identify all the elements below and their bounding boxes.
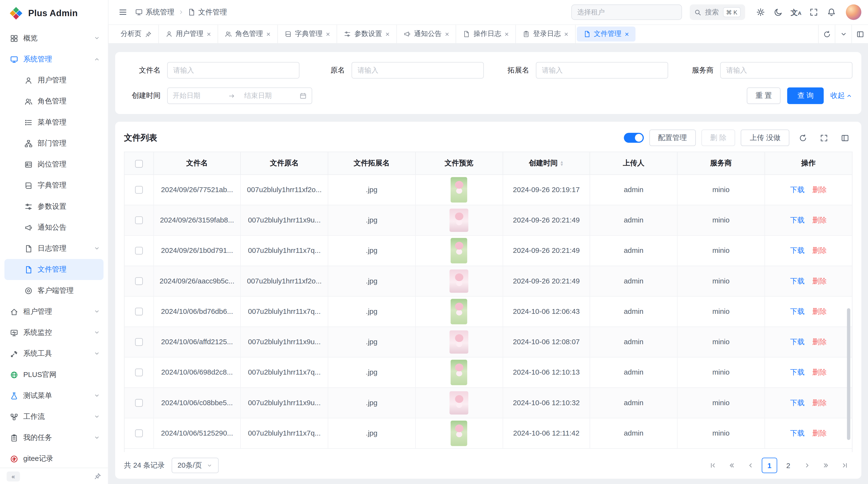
tab-user-management[interactable]: 用户管理 × [159, 25, 218, 43]
tab-notice[interactable]: 通知公告 × [397, 25, 457, 43]
close-icon[interactable]: × [207, 30, 211, 38]
row-checkbox[interactable] [135, 247, 143, 255]
user-avatar[interactable] [846, 4, 861, 20]
sidebar-item-gitee-log[interactable]: gitee记录 [0, 448, 108, 467]
file-name-input[interactable] [167, 62, 300, 78]
file-preview-image[interactable] [450, 391, 468, 414]
row-checkbox[interactable] [135, 399, 143, 407]
close-icon[interactable]: × [326, 30, 330, 38]
delete-link[interactable]: 删除 [812, 337, 827, 346]
close-icon[interactable]: × [564, 30, 568, 38]
delete-link[interactable]: 删除 [812, 277, 827, 285]
file-preview-image[interactable] [450, 208, 468, 231]
next-page-button[interactable] [799, 458, 815, 473]
column-settings-button[interactable] [837, 130, 852, 146]
close-icon[interactable]: × [505, 30, 509, 38]
sidebar-item-test-menu[interactable]: 测试菜单 [0, 385, 108, 406]
close-icon[interactable]: × [445, 30, 449, 38]
file-preview-image[interactable] [451, 177, 467, 202]
sidebar-item-dict-management[interactable]: 字典管理 [0, 175, 108, 196]
last-page-button[interactable] [837, 458, 852, 473]
close-icon[interactable]: × [625, 30, 629, 38]
fullscreen-table-button[interactable] [816, 130, 831, 146]
tab-login-log[interactable]: 登录日志 × [516, 25, 576, 43]
tab-dict-management[interactable]: 字典管理 × [278, 25, 337, 43]
config-management-button[interactable]: 配置管理 [649, 129, 696, 146]
tab-param-settings[interactable]: 参数设置 × [337, 25, 397, 43]
table-scrollbar[interactable] [847, 308, 850, 440]
download-link[interactable]: 下载 [790, 398, 805, 407]
sidebar-item-notice[interactable]: 通知公告 [0, 217, 108, 238]
download-link[interactable]: 下载 [790, 246, 805, 254]
provider-input[interactable] [720, 62, 852, 78]
delete-link[interactable]: 删除 [812, 246, 827, 254]
delete-link[interactable]: 删除 [812, 185, 827, 193]
delete-link[interactable]: 删除 [812, 428, 827, 437]
delete-link[interactable]: 删除 [812, 307, 827, 315]
jump-next-button[interactable] [818, 458, 834, 473]
sidebar-toggle-button[interactable] [115, 4, 131, 20]
sidebar-item-system-management[interactable]: 系统管理 [0, 49, 108, 70]
close-icon[interactable]: × [385, 30, 390, 38]
refresh-list-button[interactable] [795, 130, 810, 146]
original-name-input[interactable] [351, 62, 484, 78]
tab-menu-button[interactable] [835, 25, 851, 43]
file-preview-image[interactable] [450, 269, 468, 292]
column-created[interactable]: 创建时间▲▼ [503, 152, 590, 174]
dark-mode-button[interactable] [771, 4, 786, 20]
refresh-tab-button[interactable] [818, 25, 835, 43]
download-link[interactable]: 下载 [790, 337, 805, 346]
row-checkbox[interactable] [135, 186, 143, 194]
row-checkbox[interactable] [135, 308, 143, 316]
page-1-button[interactable]: 1 [762, 458, 777, 473]
reset-button[interactable]: 重 置 [747, 88, 781, 104]
sidebar-item-user-management[interactable]: 用户管理 [0, 70, 108, 91]
sidebar-item-system-tools[interactable]: 系统工具 [0, 343, 108, 364]
select-all-checkbox[interactable] [135, 160, 143, 167]
sidebar-item-dept-management[interactable]: 部门管理 [0, 133, 108, 154]
sidebar-item-role-management[interactable]: 角色管理 [0, 91, 108, 112]
sidebar-item-post-management[interactable]: 岗位管理 [0, 154, 108, 175]
sidebar-item-plus-website[interactable]: PLUS官网 [0, 364, 108, 385]
collapse-filters-link[interactable]: 收起 [830, 91, 852, 101]
tab-file-management[interactable]: 文件管理 × [577, 27, 636, 41]
download-link[interactable]: 下载 [790, 216, 805, 224]
sidebar-collapse-button[interactable]: « [7, 471, 20, 481]
upload-button[interactable]: 上传 没做 [741, 129, 789, 146]
download-link[interactable]: 下载 [790, 277, 805, 285]
sidebar-item-client-management[interactable]: 客户端管理 [0, 280, 108, 301]
config-toggle-switch[interactable] [624, 133, 644, 143]
row-checkbox[interactable] [135, 338, 143, 346]
extension-input[interactable] [536, 62, 668, 78]
delete-link[interactable]: 删除 [812, 398, 827, 407]
sidebar-item-workflow[interactable]: 工作流 [0, 406, 108, 427]
file-preview-image[interactable] [451, 420, 467, 446]
sidebar-item-tenant-management[interactable]: 租户管理 [0, 301, 108, 322]
query-button[interactable]: 查 询 [787, 88, 824, 104]
start-date-input[interactable] [173, 92, 219, 100]
row-checkbox[interactable] [135, 278, 143, 285]
sidebar-item-log-management[interactable]: 日志管理 [0, 238, 108, 259]
prev-page-button[interactable] [743, 458, 758, 473]
file-preview-image[interactable] [451, 238, 467, 263]
tab-role-management[interactable]: 角色管理 × [218, 25, 278, 43]
download-link[interactable]: 下载 [790, 307, 805, 315]
file-preview-image[interactable] [451, 299, 467, 324]
row-checkbox[interactable] [135, 217, 143, 224]
row-checkbox[interactable] [135, 429, 143, 437]
row-checkbox[interactable] [135, 369, 143, 377]
pin-icon[interactable] [94, 473, 101, 480]
sidebar-item-param-settings[interactable]: 参数设置 [0, 196, 108, 217]
page-size-select[interactable]: 20条/页 [172, 458, 218, 473]
page-2-button[interactable]: 2 [780, 458, 796, 473]
delete-link[interactable]: 删除 [812, 368, 827, 376]
sidebar-item-system-monitor[interactable]: 系统监控 [0, 322, 108, 343]
breadcrumb-item-system[interactable]: 系统管理 [135, 7, 174, 17]
pin-icon[interactable] [145, 31, 151, 37]
layout-button[interactable] [851, 25, 868, 43]
delete-link[interactable]: 删除 [812, 216, 827, 224]
file-preview-image[interactable] [450, 330, 468, 353]
app-logo-row[interactable]: Plus Admin [0, 0, 108, 27]
first-page-button[interactable] [705, 458, 721, 473]
sort-icon[interactable]: ▲▼ [560, 161, 564, 166]
